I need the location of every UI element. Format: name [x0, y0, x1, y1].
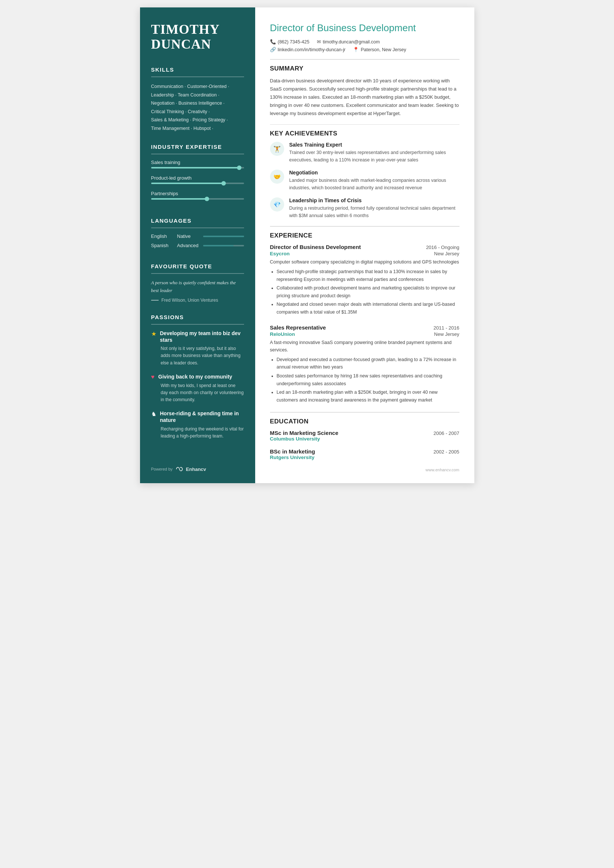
enhancv-logo-text: Enhancv — [186, 467, 206, 472]
edu-2: BSc in Marketing 2002 - 2005 Rutgers Uni… — [270, 448, 460, 460]
expertise-fill-2 — [151, 183, 224, 184]
language-level-spanish: Advanced — [177, 243, 203, 248]
skills-text: Communication · Customer-Oriented · Lead… — [151, 82, 244, 132]
passion-3: ♞ Horse-riding & spending time in nature… — [151, 410, 244, 440]
passion-3-desc: Recharging during the weekend is vital f… — [151, 426, 244, 440]
summary-section: SUMMARY Data-driven business development… — [270, 65, 460, 118]
exp-1-dates: 2016 - Ongoing — [426, 245, 460, 250]
expertise-bar-3 — [151, 198, 244, 200]
expertise-title: INDUSTRY EXPERTISE — [151, 144, 244, 150]
phone-number: (862) 7345-425 — [278, 39, 309, 45]
achievements-section: KEY ACHIEVEMENTS 🏋 Sales Training Expert… — [270, 130, 460, 219]
exp-1-desc: Computer software company specializing i… — [270, 258, 460, 266]
expertise-item-2: Product-led growth — [151, 175, 244, 184]
edu-2-degree: BSc in Marketing — [270, 448, 316, 454]
passion-2: ♥ Giving back to my community With my tw… — [151, 374, 244, 404]
expertise-bar-1 — [151, 167, 244, 169]
exp-1-bullet-3: Negotiated and closed seven major deals … — [277, 301, 460, 316]
passion-2-desc: With my two kids, I spend at least one d… — [151, 382, 244, 404]
expertise-section: INDUSTRY EXPERTISE Sales training Produc… — [151, 144, 244, 206]
exp-1-location: New Jersey — [434, 251, 460, 256]
expertise-dot-3 — [205, 197, 209, 201]
edu-1: MSc in Marketing Science 2006 - 2007 Col… — [270, 430, 460, 442]
exp-2-company-row: ReloUnion New Jersey — [270, 332, 460, 337]
languages-title: LANGUAGES — [151, 217, 244, 224]
quote-divider — [151, 273, 244, 274]
quote-text: A person who is quietly confident makes … — [151, 279, 244, 294]
expertise-item-1: Sales training — [151, 160, 244, 169]
summary-title: SUMMARY — [270, 65, 460, 72]
exp-2-dates: 2011 - 2016 — [434, 325, 459, 331]
passion-2-header: ♥ Giving back to my community — [151, 374, 244, 380]
resume-container: TIMOTHY DUNCAN SKILLS Communication · Cu… — [140, 8, 474, 483]
job-title: Director of Business Development — [270, 22, 460, 34]
contact-linkedin: 🔗 linkedin.com/in/timothy-duncan-jr — [270, 47, 346, 52]
education-section: EDUCATION MSc in Marketing Science 2006 … — [270, 418, 460, 460]
skills-divider — [151, 76, 244, 77]
passion-2-icon: ♥ — [151, 374, 155, 380]
exp-2-header: Sales Representative 2011 - 2016 — [270, 324, 460, 331]
language-name-english: English — [151, 233, 177, 239]
summary-text: Data-driven business development directo… — [270, 77, 460, 118]
achievement-1-desc: Trained over 30 entry-level sales repres… — [289, 149, 460, 164]
expertise-fill-1 — [151, 167, 239, 169]
achievement-2-content: Negotiation Landed major business deals … — [289, 170, 460, 192]
skills-section: SKILLS Communication · Customer-Oriented… — [151, 67, 244, 132]
experience-divider — [270, 226, 460, 227]
expertise-fill-3 — [151, 198, 207, 200]
edu-1-degree: MSc in Marketing Science — [270, 430, 338, 436]
passions-section: PASSIONS ★ Developing my team into biz d… — [151, 314, 244, 446]
experience-title: EXPERIENCE — [270, 232, 460, 239]
achievement-2-desc: Landed major business deals with market-… — [289, 177, 460, 192]
exp-2-desc: A fast-moving innovative SaaS company po… — [270, 339, 460, 353]
email-address: timothy.duncan@gmail.com — [323, 39, 380, 45]
edu-2-dates: 2002 - 2005 — [434, 449, 459, 454]
exp-1: Director of Business Development 2016 - … — [270, 244, 460, 316]
exp-2-bullet-1: Developed and executed a customer-focuse… — [277, 356, 460, 371]
main-footer: www.enhancv.com — [270, 468, 460, 472]
expertise-divider — [151, 153, 244, 154]
passion-3-icon: ♞ — [151, 411, 156, 417]
skills-title: SKILLS — [151, 67, 244, 73]
passion-1-icon: ★ — [151, 330, 156, 337]
passion-2-title: Giving back to my community — [158, 374, 232, 380]
passion-3-header: ♞ Horse-riding & spending time in nature — [151, 410, 244, 423]
achievement-2: 🤝 Negotiation Landed major business deal… — [270, 170, 460, 192]
expertise-dot-2 — [221, 181, 226, 186]
expertise-item-3: Partnerships — [151, 191, 244, 200]
contact-location: 📍 Paterson, New Jersey — [353, 47, 406, 52]
passion-1-header: ★ Developing my team into biz dev stars — [151, 330, 244, 343]
sidebar: TIMOTHY DUNCAN SKILLS Communication · Cu… — [140, 8, 255, 483]
expertise-label-3: Partnerships — [151, 191, 244, 196]
exp-1-bullets: Secured high-profile strategic partnersh… — [270, 268, 460, 316]
achievement-2-title: Negotiation — [289, 170, 460, 175]
language-fill-english — [203, 236, 244, 237]
summary-divider — [270, 59, 460, 60]
contact-phone: 📞 (862) 7345-425 — [270, 39, 309, 45]
language-bar-spanish — [203, 245, 244, 246]
passion-3-title: Horse-riding & spending time in nature — [160, 410, 244, 423]
language-spanish: Spanish Advanced — [151, 243, 244, 248]
achievement-2-icon: 🤝 — [270, 170, 284, 184]
achievement-1: 🏋 Sales Training Expert Trained over 30 … — [270, 142, 460, 164]
expertise-dot-1 — [237, 166, 241, 170]
achievement-3-desc: During a restructuring period, formed fu… — [289, 205, 460, 219]
main-content: Director of Business Development 📞 (862)… — [255, 8, 474, 483]
achievement-3-icon: 💎 — [270, 197, 284, 212]
edu-2-school: Rutgers University — [270, 454, 460, 460]
achievement-3-title: Leadership in Times of Crisis — [289, 197, 460, 203]
enhancv-logo-icon — [176, 467, 183, 472]
website-url: www.enhancv.com — [426, 468, 460, 472]
location-text: Paterson, New Jersey — [361, 47, 406, 52]
edu-1-dates: 2006 - 2007 — [434, 431, 459, 436]
exp-2-bullets: Developed and executed a customer-focuse… — [270, 356, 460, 404]
achievements-title: KEY ACHIEVEMENTS — [270, 130, 460, 137]
education-title: EDUCATION — [270, 418, 460, 425]
language-fill-spanish — [203, 245, 234, 246]
exp-1-header: Director of Business Development 2016 - … — [270, 244, 460, 250]
linkedin-url: linkedin.com/in/timothy-duncan-jr — [278, 47, 346, 52]
language-name-spanish: Spanish — [151, 243, 177, 248]
exp-2-bullet-3: Led an 18-month marketing plan with a $2… — [277, 389, 460, 404]
location-icon: 📍 — [353, 47, 359, 52]
exp-2-bullet-2: Boosted sales performance by hiring 18 n… — [277, 372, 460, 388]
